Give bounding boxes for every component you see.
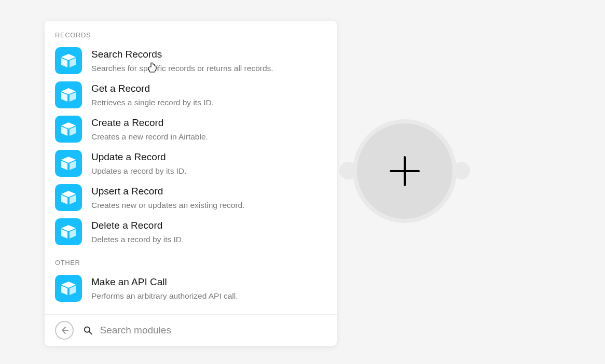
svg-marker-9 bbox=[61, 127, 67, 136]
module-title: Create a Record bbox=[91, 117, 208, 130]
airtable-icon bbox=[55, 116, 82, 143]
svg-marker-19 bbox=[70, 229, 76, 239]
module-make-api-call[interactable]: Make an API Call Performs an arbitrary a… bbox=[55, 273, 326, 307]
module-create-record[interactable]: Create a Record Creates a new record in … bbox=[55, 114, 326, 148]
back-button[interactable] bbox=[55, 321, 74, 340]
svg-marker-7 bbox=[70, 92, 76, 102]
svg-marker-21 bbox=[61, 286, 67, 295]
svg-marker-13 bbox=[70, 161, 76, 170]
module-search-records[interactable]: Search Records Searches for specific rec… bbox=[55, 45, 326, 79]
search-icon bbox=[83, 325, 93, 335]
module-title: Get a Record bbox=[91, 82, 214, 95]
svg-line-24 bbox=[89, 332, 92, 334]
section-header: OTHER bbox=[55, 259, 326, 267]
section-records: RECORDS Search Records Searches for spec… bbox=[55, 31, 326, 250]
module-desc: Creates new or updates an existing recor… bbox=[91, 200, 245, 211]
section-other: OTHER Make an API Call Performs an arbit… bbox=[55, 259, 326, 307]
module-list: RECORDS Search Records Searches for spec… bbox=[45, 21, 337, 314]
airtable-icon bbox=[55, 275, 82, 302]
search-input[interactable] bbox=[100, 325, 326, 336]
module-desc: Performs an arbitrary authorized API cal… bbox=[91, 291, 238, 301]
module-title: Upsert a Record bbox=[91, 185, 245, 198]
module-title: Search Records bbox=[91, 48, 273, 61]
svg-marker-15 bbox=[61, 195, 67, 204]
canvas-add-node bbox=[342, 119, 467, 244]
plus-icon bbox=[388, 154, 422, 188]
picker-footer bbox=[45, 314, 337, 346]
module-desc: Searches for specific records or returns… bbox=[91, 63, 273, 74]
airtable-icon bbox=[55, 81, 82, 108]
svg-marker-6 bbox=[61, 92, 67, 102]
module-delete-record[interactable]: Delete a Record Deletes a record by its … bbox=[55, 216, 326, 250]
svg-marker-22 bbox=[70, 286, 76, 295]
arrow-left-icon bbox=[60, 326, 69, 335]
module-upsert-record[interactable]: Upsert a Record Creates new or updates a… bbox=[55, 182, 326, 216]
search-wrapper bbox=[83, 325, 326, 336]
svg-marker-3 bbox=[61, 58, 67, 67]
module-title: Delete a Record bbox=[91, 219, 184, 232]
module-desc: Creates a new record in Airtable. bbox=[91, 132, 208, 142]
airtable-icon bbox=[55, 47, 82, 74]
module-title: Update a Record bbox=[91, 151, 187, 164]
section-header: RECORDS bbox=[55, 31, 326, 39]
module-desc: Deletes a record by its ID. bbox=[91, 234, 184, 245]
airtable-icon bbox=[55, 218, 82, 245]
airtable-icon bbox=[55, 150, 82, 177]
module-desc: Updates a record by its ID. bbox=[91, 166, 187, 176]
module-desc: Retrieves a single record by its ID. bbox=[91, 97, 214, 108]
add-module-button[interactable] bbox=[353, 119, 457, 223]
airtable-icon bbox=[55, 184, 82, 211]
svg-marker-12 bbox=[61, 161, 67, 170]
module-get-record[interactable]: Get a Record Retrieves a single record b… bbox=[55, 79, 326, 114]
svg-marker-10 bbox=[70, 127, 76, 136]
module-title: Make an API Call bbox=[91, 276, 238, 289]
svg-marker-4 bbox=[70, 58, 76, 67]
module-update-record[interactable]: Update a Record Updates a record by its … bbox=[55, 148, 326, 182]
module-picker: RECORDS Search Records Searches for spec… bbox=[45, 21, 337, 346]
svg-marker-18 bbox=[61, 229, 67, 239]
svg-marker-16 bbox=[70, 195, 76, 204]
